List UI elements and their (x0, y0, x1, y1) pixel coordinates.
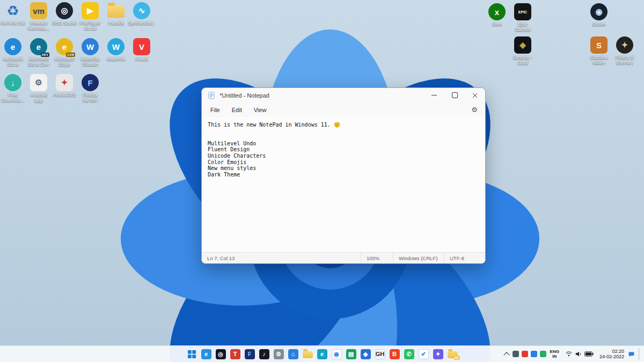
destiny-gold-edition[interactable]: ◈Destiny - Gold Edition (510, 36, 536, 66)
free-download-manager[interactable]: ↓Free Downloa... (0, 74, 26, 110)
taskbar-orange-app[interactable]: B (388, 348, 401, 360)
menu-file[interactable]: File (205, 105, 225, 115)
maximize-icon (452, 92, 458, 98)
encoding: UTF-8 (444, 253, 485, 263)
settings-gear-icon[interactable]: ⚙ (471, 106, 478, 114)
taskbar-downloads-folder[interactable]: 00 (446, 348, 459, 360)
firefox-nightly-label: Firefox Nightly (77, 92, 103, 103)
epic-games-launcher[interactable]: EPICEpic Games Launcher (510, 3, 536, 33)
text-line: This is the new NotePad in Windows 11. 🙂 (208, 122, 479, 128)
waterfox-classic-label: Waterfox Classic (77, 56, 103, 67)
gpuside-folder-label: gpuside (107, 20, 125, 26)
text-line (208, 128, 479, 135)
steam-label: Steam (592, 21, 606, 27)
microsoft-edge-dev-badge: DEV (41, 53, 49, 57)
taskbar-dark-app[interactable]: ♪ (258, 348, 270, 360)
tray-app-1[interactable] (513, 351, 519, 357)
free-download-manager-icon: ↓ (4, 74, 21, 91)
date-label: 24-02-2022 (599, 354, 624, 359)
taskbar-browser-app[interactable]: ◉ (330, 348, 343, 360)
tray-app-4[interactable] (540, 351, 546, 357)
microsoft-edge-icon: e (4, 38, 21, 55)
steam-icon: ◉ (590, 3, 608, 20)
language-indicator[interactable]: ENG IN (550, 349, 559, 359)
potplayer-label: PotPlayer 64 bit (77, 20, 103, 31)
waterfox-label: Waterfox (106, 56, 126, 62)
protonge2-icon: ✦ (56, 74, 73, 91)
xbox[interactable]: xXbox (484, 3, 510, 27)
minimize-icon (431, 95, 437, 95)
xbox-icon: x (488, 3, 506, 20)
clock[interactable]: 02:20 24-02-2022 (599, 349, 624, 359)
text-line: Multilevel Undo (208, 141, 479, 147)
taskbar-purple-app[interactable]: ✦ (431, 348, 444, 360)
purple-app-icon: ✦ (433, 349, 443, 359)
microsoft-edge[interactable]: eMicrosoft Edge (0, 38, 26, 74)
android-app-installer-icon: ⚙ (30, 74, 47, 91)
obs-studio[interactable]: ◎OBS Studio (52, 2, 77, 38)
taskbar-whatsapp[interactable]: ✆ (402, 348, 415, 360)
taskbar-file-explorer[interactable] (301, 348, 314, 360)
taskbar-microsoft-edge[interactable]: e (200, 348, 213, 360)
obs-studio-icon: ◎ (56, 2, 73, 19)
start-icon (187, 349, 197, 359)
taskbar-microsoft-store[interactable]: ⌂ (287, 348, 299, 360)
microsoft-edge-canary-badge: CAN (66, 53, 75, 57)
recycle-bin[interactable]: ♻Recycle Bin (0, 2, 26, 38)
android-app-installer-label: Android app installe... (26, 92, 52, 104)
taskbar-spreadsheet-app[interactable]: ▤ (345, 348, 357, 360)
close-icon (472, 93, 478, 98)
microsoft-edge-dev[interactable]: eDEVMicrosoft Edge Dev (26, 38, 52, 74)
vmware-workstation[interactable]: vmVMware Worksta... (26, 2, 52, 38)
firefox-nightly[interactable]: FFirefox Nightly (77, 74, 103, 110)
steam[interactable]: ◉Steam (586, 3, 612, 27)
stardew-valley[interactable]: SStardew Valley (586, 36, 612, 65)
spreadsheet-app-icon: ▤ (346, 349, 356, 359)
notepad-titlebar[interactable]: *Untitled - Notepad (202, 88, 485, 102)
potplayer[interactable]: ▶PotPlayer 64 bit (77, 2, 103, 38)
notification-icon[interactable] (628, 351, 635, 358)
taskbar-obs-studio[interactable]: ◎ (214, 348, 227, 360)
tray-chevron-up-icon[interactable] (503, 352, 509, 358)
system-icons[interactable] (563, 349, 596, 359)
taskbar-github-desktop[interactable]: GH (374, 348, 386, 360)
vivaldi[interactable]: VVivaldi (129, 38, 155, 74)
text-line: Color Emojis (208, 159, 479, 166)
close-button[interactable] (465, 88, 485, 102)
gpuside-folder[interactable]: gpuside (103, 2, 129, 38)
menu-view[interactable]: View (248, 105, 272, 115)
taskbar-gray-app[interactable]: ⚙ (272, 348, 285, 360)
waterfox-classic[interactable]: WWaterfox Classic (77, 38, 103, 74)
taskbar-blue-app[interactable]: ◆ (359, 348, 372, 360)
orange-app-icon: B (390, 349, 400, 359)
blue-app-icon: ◆ (361, 349, 371, 359)
taskbar-check-app[interactable]: ✔ (417, 348, 430, 360)
taskbar-firefox-nightly[interactable]: F (243, 348, 256, 360)
maximize-button[interactable] (444, 88, 465, 102)
taskbar-red-app[interactable]: T (229, 348, 241, 360)
taskbar-start[interactable] (185, 348, 198, 360)
cursor-position: Ln 7, Col 13 (202, 253, 361, 263)
android-app-installer[interactable]: ⚙Android app installe... (26, 74, 52, 110)
pillars-of-eternity[interactable]: ✦Pillars of Eternity (612, 36, 638, 65)
vivaldi-label: Vivaldi (135, 56, 149, 62)
synthesizer-v[interactable]: ∿Synthesizer... (129, 2, 155, 38)
protonge2[interactable]: ✦ProtonGE2 (52, 74, 77, 110)
tray-app-2[interactable] (522, 351, 528, 357)
taskbar-microsoft-edge-dev[interactable]: e (316, 348, 328, 360)
waterfox-classic-icon: W (82, 38, 99, 55)
firefox-nightly-icon: F (245, 349, 255, 359)
language-line1: ENG (550, 349, 559, 354)
stardew-valley-icon: S (590, 36, 608, 54)
recycle-bin-label: Recycle Bin (0, 20, 26, 26)
show-desktop-button[interactable] (639, 348, 641, 360)
waterfox[interactable]: WWaterfox (103, 38, 129, 74)
line-ending: Windows (CRLF) (393, 253, 444, 263)
minimize-button[interactable] (424, 88, 444, 102)
menu-edit[interactable]: Edit (226, 105, 247, 115)
tray-app-3[interactable] (531, 351, 537, 357)
microsoft-edge-dev-icon: e (317, 349, 327, 359)
microsoft-edge-label: Microsoft Edge (0, 56, 26, 67)
notepad-editor[interactable]: This is the new NotePad in Windows 11. 🙂… (202, 117, 485, 252)
microsoft-edge-canary[interactable]: eCANMicrosoft Edge Canary (52, 38, 77, 74)
